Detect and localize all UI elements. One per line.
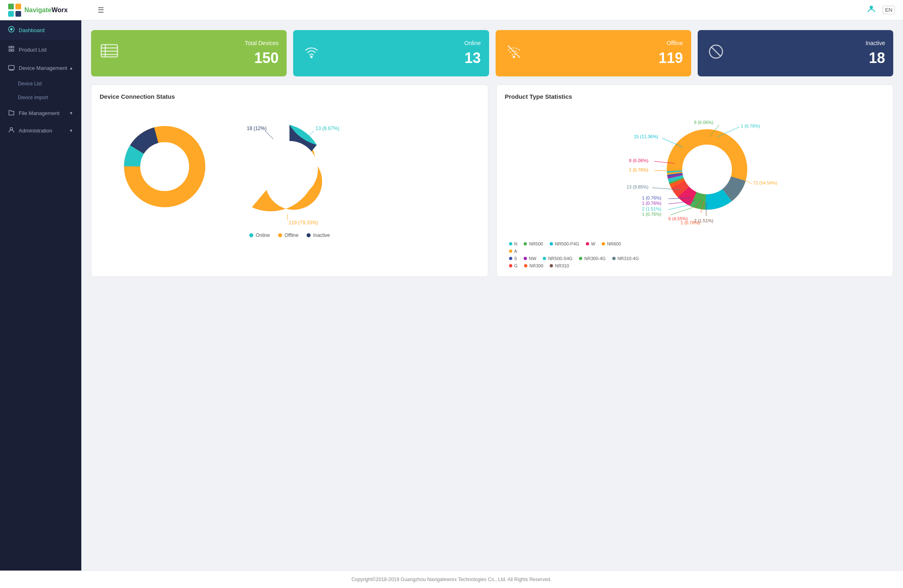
sidebar-item-administration[interactable]: Administration ▼ bbox=[0, 122, 81, 139]
main-layout: Dashboard Product List Device Management… bbox=[0, 20, 903, 571]
logo-text: NavigateWorx bbox=[24, 7, 67, 14]
sidebar-item-file-management[interactable]: File Management ▼ bbox=[0, 104, 81, 122]
sidebar-item-device-management[interactable]: Device Management ▲ bbox=[0, 59, 81, 77]
svg-rect-9 bbox=[9, 50, 11, 51]
NR500-P4G-dot bbox=[550, 242, 553, 245]
NR310-dot bbox=[550, 264, 553, 267]
sidebar-item-device-list[interactable]: Device List bbox=[0, 77, 81, 91]
legend-NW: NW bbox=[524, 256, 536, 261]
NR300-4G-dot bbox=[579, 257, 582, 260]
legend-offline: Offline bbox=[278, 232, 298, 238]
footer-text: Copyright©2018-2019 Guangzhou Navigatewo… bbox=[351, 577, 551, 582]
offline-value: 119 bbox=[659, 50, 683, 67]
svg-text:1 (0.76%): 1 (0.76%) bbox=[642, 212, 661, 217]
A-label: A bbox=[514, 249, 517, 254]
NR300-label: NR300 bbox=[529, 263, 543, 268]
stat-card-offline: Offline 119 bbox=[496, 30, 691, 76]
sidebar-item-product-list[interactable]: Product List bbox=[0, 40, 81, 59]
device-management-left: Device Management bbox=[8, 64, 67, 72]
NR500-S4G-label: NR500-S4G bbox=[548, 256, 572, 261]
svg-text:1 (0.76%): 1 (0.76%) bbox=[642, 201, 661, 206]
NR500-S4G-dot bbox=[543, 257, 546, 260]
A-dot bbox=[509, 250, 512, 253]
user-icon[interactable] bbox=[866, 4, 876, 16]
NR500-P4G-label: NR500-P4G bbox=[555, 241, 579, 246]
svg-rect-10 bbox=[12, 50, 14, 51]
NR310-label: NR310 bbox=[555, 263, 569, 268]
sidebar-item-label: Product List bbox=[19, 47, 47, 53]
legend-S: S bbox=[509, 256, 517, 261]
svg-text:13 (8.67%): 13 (8.67%) bbox=[316, 126, 339, 131]
total-devices-icon bbox=[99, 41, 120, 65]
product-legend-container: N NR500 NR500-P4G bbox=[505, 237, 885, 268]
lang-icon[interactable]: EN bbox=[883, 6, 895, 14]
legend-A: A bbox=[509, 249, 518, 254]
total-devices-label: Total Devices bbox=[245, 40, 279, 46]
NR500-dot bbox=[524, 242, 527, 245]
svg-rect-8 bbox=[12, 46, 14, 48]
dashboard-icon bbox=[8, 26, 15, 34]
sidebar-item-label: File Management bbox=[19, 110, 59, 116]
svg-point-4 bbox=[870, 6, 873, 9]
inactive-legend-label: Inactive bbox=[313, 232, 330, 238]
sidebar-item-label: Device Management bbox=[19, 65, 67, 71]
product-legend-row2: S NW NR500-S4G bbox=[509, 256, 881, 261]
sidebar-item-dashboard[interactable]: Dashboard bbox=[0, 20, 81, 40]
offline-info: Offline 119 bbox=[659, 40, 683, 67]
svg-line-70 bbox=[670, 206, 698, 215]
S-dot bbox=[509, 257, 512, 260]
legend-NR500-S4G: NR500-S4G bbox=[543, 256, 572, 261]
NR310-4G-dot bbox=[612, 257, 616, 260]
legend-NR600: NR600 bbox=[602, 241, 621, 246]
connection-legend: Online Offline Inactive bbox=[249, 232, 330, 238]
legend-NR500-P4G: NR500-P4G bbox=[550, 241, 579, 246]
product-chart-title: Product Type Statistics bbox=[505, 93, 885, 100]
svg-text:2 (1.51%): 2 (1.51%) bbox=[642, 206, 661, 211]
svg-point-15 bbox=[10, 128, 13, 130]
offline-icon bbox=[504, 41, 524, 65]
inactive-label: Inactive bbox=[866, 40, 885, 46]
legend-inactive: Inactive bbox=[307, 232, 330, 238]
online-label: Online bbox=[464, 40, 481, 46]
N-label: N bbox=[514, 241, 518, 246]
legend-W: W bbox=[586, 241, 595, 246]
svg-text:13 (9.85%): 13 (9.85%) bbox=[627, 184, 648, 189]
logo-highlight: Navigate bbox=[24, 7, 52, 13]
sidebar-sub-label: Device List bbox=[18, 81, 42, 87]
svg-line-25 bbox=[712, 47, 720, 56]
legend-NR500: NR500 bbox=[524, 241, 543, 246]
offline-label: Offline bbox=[659, 40, 683, 46]
svg-rect-0 bbox=[8, 4, 14, 9]
header-left: NavigateWorx ☰ bbox=[8, 4, 104, 17]
offline-dot bbox=[278, 233, 282, 237]
svg-rect-11 bbox=[9, 65, 14, 69]
file-management-left: File Management bbox=[8, 109, 59, 117]
inactive-info: Inactive 18 bbox=[866, 40, 885, 67]
sidebar-item-device-import[interactable]: Device Import bbox=[0, 91, 81, 104]
NW-dot bbox=[524, 257, 527, 260]
product-donut-svg: 1 (0.76%) 8 (6.06%) 15 (11.36%) 8 (6.06%… bbox=[593, 106, 796, 237]
offline-legend-label: Offline bbox=[285, 232, 298, 238]
svg-text:1 (0.76%): 1 (0.76%) bbox=[741, 124, 760, 128]
menu-toggle-icon[interactable]: ☰ bbox=[98, 6, 104, 15]
svg-rect-1 bbox=[15, 4, 21, 9]
svg-text:18 (12%): 18 (12%) bbox=[247, 126, 267, 131]
content-area: Total Devices 150 Online 13 bbox=[81, 20, 903, 571]
product-type-chart: Product Type Statistics bbox=[496, 85, 894, 277]
total-devices-info: Total Devices 150 bbox=[245, 40, 279, 67]
connection-status-chart: Device Connection Status bbox=[91, 85, 488, 277]
svg-text:72 (54.54%): 72 (54.54%) bbox=[753, 180, 777, 185]
S-label: S bbox=[514, 256, 517, 261]
G-label: G bbox=[514, 263, 518, 268]
svg-text:15 (11.36%): 15 (11.36%) bbox=[634, 134, 658, 139]
connection-donut-container: 13 (8.67%) 119 (79.33%) 18 (12%) bbox=[100, 106, 480, 238]
stat-card-inactive: Inactive 18 bbox=[698, 30, 893, 76]
NR600-label: NR600 bbox=[607, 241, 621, 246]
svg-point-22 bbox=[513, 56, 515, 58]
svg-text:1 (0.76%): 1 (0.76%) bbox=[629, 167, 648, 172]
online-value: 13 bbox=[464, 50, 481, 67]
legend-NR310: NR310 bbox=[550, 263, 569, 268]
admin-left: Administration bbox=[8, 127, 52, 135]
online-icon bbox=[301, 41, 322, 65]
legend-NR310-4G: NR310-4G bbox=[612, 256, 639, 261]
